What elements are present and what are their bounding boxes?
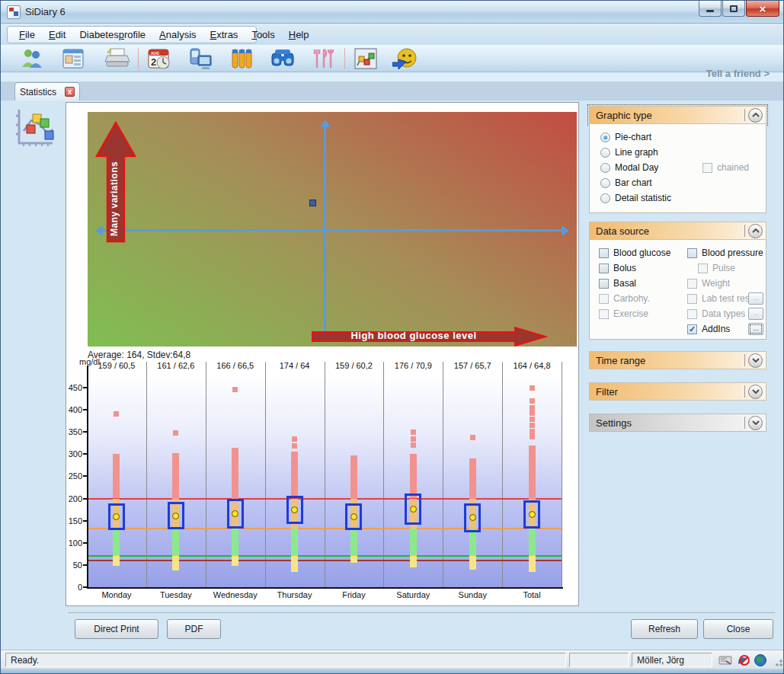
radio-modal-day[interactable]: Modal Day (600, 161, 658, 174)
app-icon (7, 5, 21, 19)
menu-analysis[interactable]: Analysis (152, 27, 203, 42)
data-strip (232, 529, 238, 556)
data-source-header[interactable]: Data source (589, 222, 766, 240)
column-header-total: 164 / 64,8 (502, 361, 562, 370)
reference-line-70 (87, 555, 562, 557)
radio-line-graph[interactable]: Line graph (600, 145, 658, 159)
y-tick-label: 150 (62, 516, 82, 525)
maximize-button[interactable] (722, 1, 745, 17)
menu-edit[interactable]: Edit (42, 27, 72, 42)
checkbox-indicator (599, 294, 609, 304)
radio-pie-chart[interactable]: Pie-chart (600, 130, 651, 144)
chevron-up-icon (752, 228, 760, 233)
quadrant-x-axis-label: High blood glucose level (322, 330, 505, 341)
more-button-data-types[interactable]: ... (748, 308, 763, 320)
data-strip (469, 529, 476, 556)
menu-diabetesprofile[interactable]: Diabetesprofile (72, 27, 152, 42)
checkbox-basal[interactable]: Basal (599, 276, 683, 290)
time-range-header[interactable]: Time range (589, 351, 766, 369)
more-button-addins[interactable]: ... (748, 323, 763, 335)
checkbox-bolus[interactable]: Bolus (599, 261, 683, 275)
calendar-icon[interactable]: AUG2 (145, 46, 174, 72)
collapse-button[interactable] (748, 224, 763, 238)
tab-statistics[interactable]: Statistics x (14, 82, 80, 101)
menu-bar: FileEditDiabetesprofileAnalysisExtrasToo… (1, 24, 784, 45)
close-button[interactable]: × (746, 1, 779, 17)
checkbox-label: Blood pressure (702, 248, 763, 258)
radio-detail-statistic[interactable]: Detail statistic (600, 191, 671, 205)
radio-indicator (600, 133, 610, 142)
column-separator (265, 362, 266, 587)
checkbox-blood-glucose[interactable]: Blood glucose (599, 246, 683, 260)
x-label-tuesday: Tuesday (146, 590, 206, 599)
more-button-lab-test-res[interactable]: ... (748, 292, 763, 305)
pdf-button[interactable]: PDF (167, 619, 221, 639)
data-strip (113, 556, 120, 566)
data-strip (291, 556, 298, 571)
maximize-icon (730, 5, 738, 12)
sync-disabled-icon[interactable] (736, 654, 750, 666)
data-strip (232, 556, 238, 566)
refresh-button[interactable]: Refresh (631, 619, 698, 639)
checkbox-indicator (698, 264, 708, 273)
column-header-friday: 159 / 60,2 (325, 361, 384, 370)
checkbox-chained: chained (702, 161, 749, 174)
chevron-down-icon (752, 420, 760, 425)
column-separator (443, 362, 443, 587)
chevron-down-icon (752, 358, 760, 363)
nutrition-icon[interactable] (309, 46, 338, 72)
expand-button[interactable] (748, 416, 763, 430)
x-label-saturday: Saturday (383, 590, 443, 599)
column-header-saturday: 176 / 70,9 (383, 361, 443, 370)
expand-button[interactable] (748, 353, 763, 368)
checkbox-label: Basal (613, 278, 636, 289)
graphic-type-header[interactable]: Graphic type (589, 106, 766, 124)
data-strip (172, 529, 179, 556)
checkbox-label: AddIns (702, 324, 730, 334)
checkbox-addins[interactable]: ✓AddIns... (687, 322, 763, 336)
checkbox-lab-test-res: Lab test res... (687, 292, 763, 305)
menu-extras[interactable]: Extras (203, 27, 245, 42)
header-divider (744, 385, 745, 398)
graphic-type-content: Pie-chartLine graphModal DayBar chartDet… (589, 124, 766, 213)
resize-grip[interactable] (773, 657, 782, 666)
expand-button[interactable] (748, 385, 763, 399)
lab-values-icon[interactable] (227, 46, 256, 72)
menu-file[interactable]: File (12, 27, 42, 42)
menu-tools[interactable]: Tools (245, 27, 281, 42)
data-strip (291, 452, 298, 498)
header-divider (744, 354, 745, 366)
settings-header[interactable]: Settings (589, 414, 766, 432)
statistics-view-icon[interactable] (13, 107, 57, 148)
globe-icon[interactable] (754, 654, 767, 666)
tab-close-icon[interactable]: x (65, 87, 75, 97)
connection-icon[interactable] (718, 654, 732, 666)
y-axis-top-arrow-icon (320, 114, 331, 127)
reference-line-132 (87, 528, 562, 529)
checkbox-label: Bolus (613, 263, 636, 273)
patients-icon[interactable] (18, 46, 46, 72)
y-axis (87, 366, 88, 589)
direct-print-button[interactable]: Direct Print (75, 619, 158, 639)
outlier-dot (530, 385, 535, 391)
checkbox-blood-pressure[interactable]: Blood pressure (687, 246, 763, 260)
minimize-button[interactable] (699, 1, 722, 17)
collapse-button[interactable] (748, 108, 763, 123)
column-header-wednesday: 166 / 66,5 (206, 361, 265, 370)
radio-bar-chart[interactable]: Bar chart (600, 176, 652, 190)
search-icon[interactable] (268, 46, 297, 72)
feedback-smiley-icon[interactable] (391, 46, 420, 72)
statistics-icon[interactable] (351, 46, 380, 72)
window-title: SiDiary 6 (25, 6, 66, 18)
outlier-dot (292, 436, 297, 442)
close-tab-button[interactable]: Close (703, 619, 773, 639)
tell-a-friend-link[interactable]: Tell a friend > (706, 68, 770, 79)
filter-header[interactable]: Filter (589, 382, 766, 401)
profile-card-icon[interactable] (59, 46, 88, 72)
print-icon[interactable] (103, 46, 132, 72)
status-message: Ready. (5, 653, 566, 667)
device-import-icon[interactable] (186, 46, 215, 72)
menu-help[interactable]: Help (282, 27, 316, 42)
status-user: Möller, Jörg (632, 653, 712, 667)
column-separator (502, 362, 503, 587)
